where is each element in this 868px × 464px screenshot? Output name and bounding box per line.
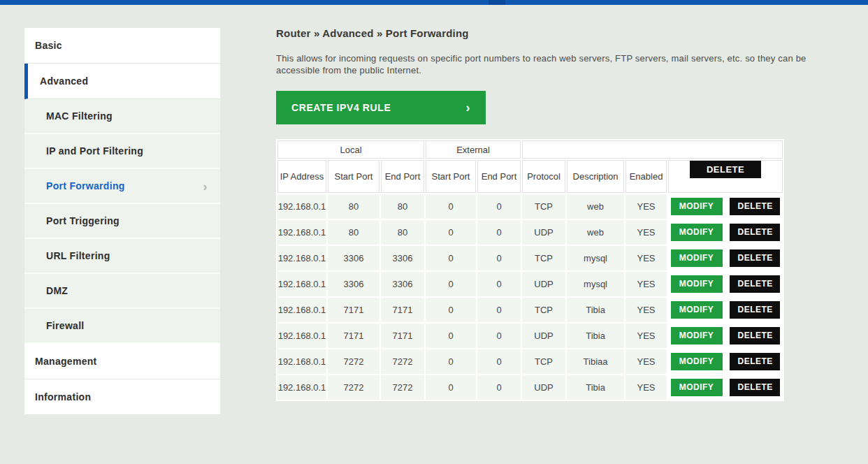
- cell-local-start-port: 3306: [328, 272, 379, 296]
- col-header-description: Description: [567, 160, 624, 193]
- table-row: 192.168.0.17171717100TCPTibiaYESMODIFYDE…: [277, 298, 783, 322]
- modify-button[interactable]: MODIFY: [671, 327, 723, 345]
- modify-button[interactable]: MODIFY: [671, 275, 723, 293]
- delete-button[interactable]: DELETE: [730, 275, 780, 293]
- cell-ext-start-port: 0: [426, 375, 476, 400]
- table-row: 192.168.0.17272727200UDPTibiaYESMODIFYDE…: [277, 375, 783, 400]
- cell-ip-address: 192.168.0.1: [277, 298, 326, 322]
- delete-button[interactable]: DELETE: [730, 301, 780, 319]
- cell-ext-end-port: 0: [477, 194, 521, 219]
- chevron-right-icon: ›: [203, 180, 208, 193]
- sidebar-item-dmz[interactable]: DMZ: [24, 274, 220, 309]
- cell-enabled: YES: [625, 246, 667, 270]
- delete-cell: DELETE: [726, 272, 783, 296]
- sidebar-item-label: Basic: [35, 40, 62, 51]
- cell-ext-start-port: 0: [426, 220, 476, 245]
- cell-description: Tibiaa: [567, 349, 624, 374]
- cell-local-start-port: 7272: [328, 349, 379, 374]
- modify-button[interactable]: MODIFY: [671, 198, 723, 215]
- group-header-local: Local: [277, 140, 424, 159]
- delete-button[interactable]: DELETE: [730, 327, 780, 345]
- top-accent-bar: [0, 0, 868, 5]
- sidebar-item-ip-and-port-filtering[interactable]: IP and Port Filtering: [24, 134, 220, 169]
- cell-ext-start-port: 0: [426, 324, 476, 348]
- cell-local-end-port: 80: [381, 194, 424, 219]
- cell-enabled: YES: [625, 349, 667, 374]
- cell-description: mysql: [567, 272, 624, 296]
- cell-local-start-port: 80: [328, 220, 379, 245]
- sidebar-item-label: Firewall: [46, 320, 85, 331]
- sidebar-item-mac-filtering[interactable]: MAC Filtering: [24, 99, 220, 134]
- delete-cell: DELETE: [726, 194, 783, 219]
- sidebar-item-label: URL Filtering: [46, 250, 110, 261]
- col-header-enabled: Enabled: [625, 160, 667, 193]
- delete-cell: DELETE: [726, 246, 783, 270]
- modify-cell: MODIFY: [668, 220, 725, 245]
- sidebar-item-label: MAC Filtering: [46, 110, 113, 122]
- table-row: 192.168.0.17171717100UDPTibiaYESMODIFYDE…: [277, 324, 783, 348]
- table-row: 192.168.0.13306330600UDPmysqlYESMODIFYDE…: [277, 272, 783, 296]
- delete-cell: DELETE: [726, 349, 783, 374]
- delete-all-button[interactable]: DELETE ALL: [690, 161, 761, 178]
- delete-cell: DELETE: [726, 298, 783, 322]
- cell-ext-start-port: 0: [426, 349, 476, 374]
- sidebar-item-advanced[interactable]: Advanced: [24, 64, 220, 99]
- table-group-header-row: Local External: [277, 140, 783, 159]
- modify-cell: MODIFY: [668, 324, 725, 348]
- modify-button[interactable]: MODIFY: [671, 353, 723, 370]
- sidebar-item-label: Information: [35, 391, 91, 403]
- delete-cell: DELETE: [726, 375, 783, 400]
- cell-description: Tibia: [567, 298, 624, 322]
- modify-button[interactable]: MODIFY: [671, 249, 723, 267]
- port-forwarding-table: Local External IP Address Start Port End…: [276, 139, 784, 401]
- sidebar-item-information[interactable]: Information: [24, 379, 220, 415]
- sidebar-item-label: Management: [35, 356, 97, 367]
- cell-enabled: YES: [625, 272, 667, 296]
- modify-cell: MODIFY: [668, 194, 725, 219]
- breadcrumb: Router » Advanced » Port Forwarding: [276, 27, 786, 39]
- cell-local-start-port: 3306: [328, 246, 379, 270]
- delete-button[interactable]: DELETE: [730, 353, 780, 370]
- sidebar-item-label: Advanced: [40, 75, 88, 87]
- sidebar-item-management[interactable]: Management: [24, 344, 220, 379]
- sidebar-item-basic[interactable]: Basic: [24, 28, 220, 64]
- table-row: 192.168.0.1808000UDPwebYESMODIFYDELETE: [277, 220, 783, 245]
- cell-description: Tibia: [567, 324, 624, 348]
- sidebar-item-firewall[interactable]: Firewall: [24, 309, 220, 344]
- cell-ip-address: 192.168.0.1: [277, 220, 326, 245]
- delete-button[interactable]: DELETE: [730, 198, 780, 215]
- delete-button[interactable]: DELETE: [730, 379, 780, 396]
- cell-protocol: UDP: [522, 272, 565, 296]
- cell-protocol: TCP: [522, 246, 565, 270]
- delete-cell: DELETE: [726, 324, 783, 348]
- cell-enabled: YES: [625, 324, 667, 348]
- modify-button[interactable]: MODIFY: [671, 301, 723, 319]
- create-ipv4-rule-button[interactable]: CREATE IPV4 RULE ›: [276, 91, 486, 124]
- cell-ext-start-port: 0: [426, 194, 476, 219]
- cell-ext-end-port: 0: [477, 349, 521, 374]
- col-header-ext-start-port: Start Port: [426, 160, 476, 193]
- sidebar-item-port-triggering[interactable]: Port Triggering: [24, 204, 220, 239]
- group-header-external: External: [426, 140, 521, 159]
- top-accent-notch: [489, 0, 505, 5]
- table-row: 192.168.0.17272727200TCPTibiaaYESMODIFYD…: [277, 349, 783, 374]
- cell-ext-end-port: 0: [477, 375, 521, 400]
- cell-ip-address: 192.168.0.1: [277, 349, 326, 374]
- modify-cell: MODIFY: [668, 349, 725, 374]
- cell-ext-end-port: 0: [477, 324, 521, 348]
- sidebar-item-url-filtering[interactable]: URL Filtering: [24, 239, 220, 274]
- modify-cell: MODIFY: [668, 272, 725, 296]
- delete-button[interactable]: DELETE: [730, 249, 780, 267]
- cell-ip-address: 192.168.0.1: [277, 246, 326, 270]
- cell-local-end-port: 3306: [381, 246, 424, 270]
- cell-protocol: TCP: [522, 298, 565, 322]
- sidebar-item-label: DMZ: [46, 285, 68, 296]
- modify-button[interactable]: MODIFY: [671, 224, 723, 241]
- modify-button[interactable]: MODIFY: [671, 379, 723, 396]
- page-description: This allows for incoming requests on spe…: [276, 52, 835, 76]
- delete-button[interactable]: DELETE: [730, 224, 780, 241]
- cell-ext-start-port: 0: [426, 272, 476, 296]
- group-header-empty: [522, 140, 783, 159]
- sidebar-item-port-forwarding[interactable]: Port Forwarding›: [24, 169, 220, 204]
- cell-protocol: UDP: [522, 220, 565, 245]
